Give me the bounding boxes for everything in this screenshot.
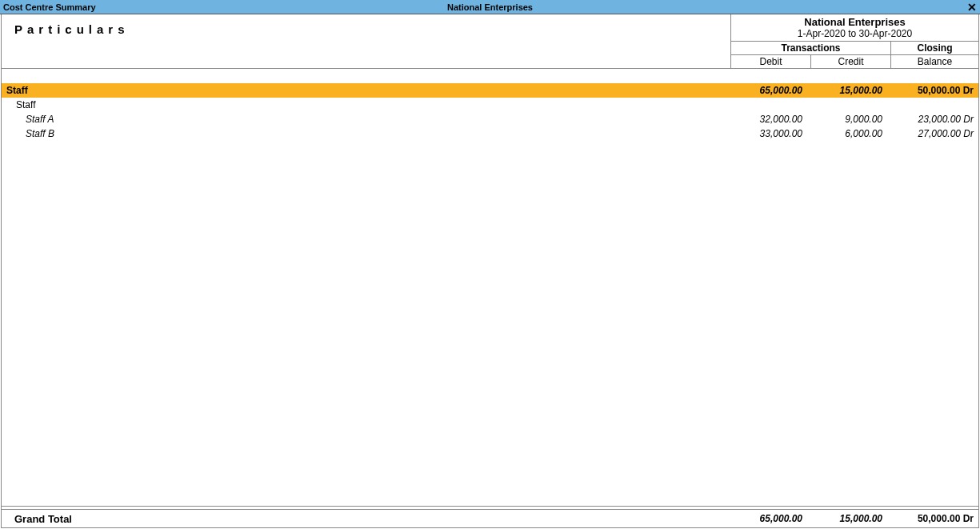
transactions-header: Transactions (731, 42, 891, 54)
report-body: Staff 65,000.00 15,000.00 50,000.00 Dr S… (2, 69, 978, 506)
close-icon[interactable]: ✕ (967, 2, 977, 13)
title-bar: Cost Centre Summary National Enterprises… (0, 0, 980, 14)
balance-header: Balance (891, 55, 978, 68)
debit-header: Debit (731, 55, 811, 68)
grand-total-debit: 65,000.00 (730, 513, 810, 524)
ledger-name: Staff A (2, 114, 730, 125)
ledger-debit: 32,000.00 (730, 114, 810, 125)
subhead-name: Staff (2, 99, 730, 110)
ledger-balance: 23,000.00 Dr (890, 114, 978, 125)
grand-total-label: Grand Total (2, 513, 730, 525)
particulars-header: Particulars (14, 22, 730, 36)
ledger-row[interactable]: Staff A 32,000.00 9,000.00 23,000.00 Dr (2, 112, 978, 126)
group-balance: 50,000.00 Dr (890, 85, 978, 96)
column-header: Particulars National Enterprises 1-Apr-2… (2, 14, 978, 69)
ledger-debit: 33,000.00 (730, 128, 810, 139)
group-credit: 15,000.00 (810, 85, 890, 96)
credit-header: Credit (811, 55, 891, 68)
title-company: National Enterprises (447, 2, 533, 12)
closing-header: Closing (891, 42, 978, 54)
ledger-row[interactable]: Staff B 33,000.00 6,000.00 27,000.00 Dr (2, 126, 978, 141)
report-footer: Grand Total 65,000.00 15,000.00 50,000.0… (2, 506, 978, 527)
grand-total-row: Grand Total 65,000.00 15,000.00 50,000.0… (2, 510, 978, 527)
ledger-credit: 9,000.00 (810, 114, 890, 125)
header-company: National Enterprises (731, 14, 978, 28)
report-panel: Particulars National Enterprises 1-Apr-2… (1, 14, 979, 528)
screen-name: Cost Centre Summary (3, 2, 96, 12)
ledger-balance: 27,000.00 Dr (890, 128, 978, 139)
grand-total-credit: 15,000.00 (810, 513, 890, 524)
subhead-row[interactable]: Staff (2, 98, 978, 112)
group-name: Staff (2, 85, 730, 96)
header-period: 1-Apr-2020 to 30-Apr-2020 (731, 28, 978, 41)
grand-total-balance: 50,000.00 Dr (890, 513, 978, 524)
group-row[interactable]: Staff 65,000.00 15,000.00 50,000.00 Dr (2, 83, 978, 98)
ledger-name: Staff B (2, 128, 730, 139)
group-debit: 65,000.00 (730, 85, 810, 96)
ledger-credit: 6,000.00 (810, 128, 890, 139)
